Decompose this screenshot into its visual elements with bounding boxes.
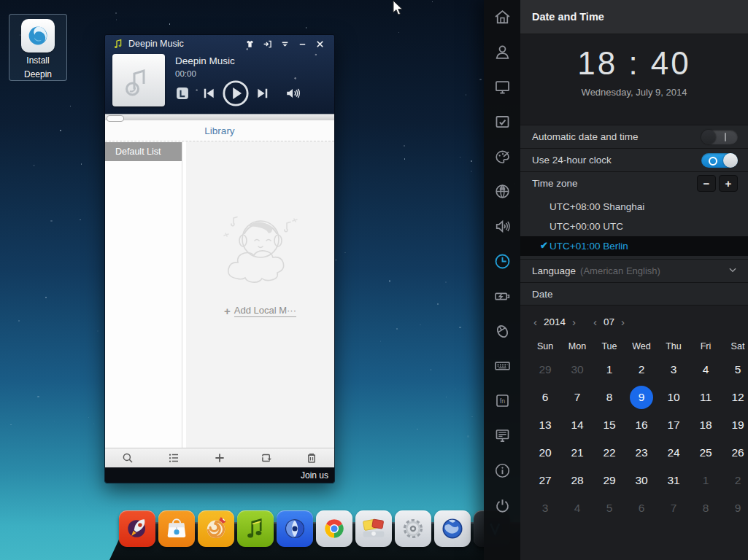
calendar-day[interactable]: 30 [561,356,593,384]
sidebar-default-apps-icon[interactable] [484,104,520,139]
calendar-day[interactable]: 28 [561,467,593,494]
sidebar-shutdown-icon[interactable] [484,488,520,523]
timezone-add-button[interactable]: + [719,175,738,192]
progress-handle[interactable] [107,115,124,122]
calendar-day[interactable]: 2 [722,467,748,494]
calendar-day[interactable]: 16 [625,411,658,439]
language-row[interactable]: Language (American English) [520,259,748,282]
sidebar-personalization-icon[interactable] [484,139,520,174]
24h-clock-toggle[interactable] [701,153,738,168]
sidebar-power-icon[interactable] [484,279,520,314]
dock-item-game-center[interactable] [198,510,234,547]
month-next-button[interactable]: › [620,316,626,328]
calendar-day[interactable]: 25 [690,439,722,467]
lyrics-button[interactable] [175,86,190,101]
add-icon[interactable] [213,451,226,464]
sidebar-home-icon[interactable] [484,0,520,35]
calendar-day[interactable]: 9 [625,384,658,411]
dock-item-app-store[interactable] [158,510,195,547]
calendar-day[interactable]: 21 [561,439,593,467]
calendar-day[interactable]: 5 [593,494,625,522]
play-button[interactable] [222,79,250,107]
calendar-day[interactable]: 17 [658,411,690,439]
calendar-day[interactable]: 3 [658,356,690,384]
calendar-day[interactable]: 19 [722,411,748,439]
volume-button[interactable] [285,85,301,101]
calendar-day[interactable]: 18 [690,411,722,439]
music-titlebar[interactable]: Deepin Music [105,35,334,52]
calendar-day[interactable]: 6 [625,494,658,522]
calendar-day[interactable]: 24 [658,439,690,467]
previous-button[interactable] [201,86,216,101]
dock-item-deepin-movie[interactable] [277,510,313,547]
timezone-item[interactable]: UTC+08:00 Shanghai [520,197,748,217]
chevron-down-icon[interactable] [728,265,738,278]
calendar-day[interactable]: 9 [722,494,748,522]
calendar-day[interactable]: 15 [593,411,625,439]
sidebar-display-icon[interactable] [484,70,520,105]
calendar-day[interactable]: 11 [690,384,722,411]
calendar-day[interactable]: 3 [529,494,561,522]
timezone-remove-button[interactable]: − [697,175,716,192]
install-deepin-desktop-icon[interactable]: Install Deepin [9,14,67,81]
calendar-day[interactable]: 13 [529,411,561,439]
calendar-day[interactable]: 31 [658,467,690,494]
calendar-day[interactable]: 6 [529,384,561,411]
sidebar-keyboard-icon[interactable] [484,349,520,384]
calendar-day[interactable]: 14 [561,411,593,439]
calendar-day[interactable]: 29 [593,467,625,494]
year-prev-button[interactable]: ‹ [532,316,539,328]
sidebar-sound-icon[interactable] [484,209,520,244]
mini-mode-icon[interactable] [258,37,276,50]
calendar-day[interactable]: 4 [690,356,722,384]
skin-icon[interactable] [241,37,258,50]
calendar-day[interactable]: 2 [625,356,658,384]
close-icon[interactable] [311,37,328,50]
year-next-button[interactable]: › [571,316,577,328]
join-us-link[interactable]: Join us [301,470,328,481]
calendar-day[interactable]: 12 [722,384,748,411]
calendar-day[interactable]: 10 [658,384,690,411]
dock-item-web-browser[interactable] [434,510,471,547]
dock-item-deepin-music[interactable] [237,510,274,547]
calendar-day[interactable]: 23 [625,439,658,467]
timezone-item[interactable]: ✔UTC+01:00 Berlin [520,236,748,256]
dock-item-deepin-notes[interactable] [355,510,392,547]
calendar-day[interactable]: 4 [561,494,593,522]
add-local-music-link[interactable]: + Add Local M··· [224,305,296,317]
calendar-day[interactable]: 29 [529,356,561,384]
calendar-day[interactable]: 30 [625,467,658,494]
calendar-day[interactable]: 8 [690,494,722,522]
search-icon[interactable] [121,451,134,464]
sidebar-boot-icon[interactable] [484,419,520,454]
repeat-icon[interactable] [259,451,272,464]
dock-item-control-center[interactable] [395,510,431,547]
dock-item-launcher[interactable] [119,510,155,547]
timezone-item[interactable]: UTC+00:00 UTC [520,217,748,236]
sidebar-shortcuts-icon[interactable]: fn [484,384,520,419]
calendar-day[interactable]: 26 [722,439,748,467]
calendar-day[interactable]: 1 [593,356,625,384]
calendar-day[interactable]: 1 [690,467,722,494]
calendar-day[interactable]: 8 [593,384,625,411]
sidebar-date-time-icon[interactable] [484,244,520,279]
dock-item-google-chrome[interactable] [316,510,352,547]
delete-icon[interactable] [305,451,318,464]
calendar-day[interactable]: 7 [658,494,690,522]
sidebar-network-icon[interactable] [484,174,520,209]
sidebar-mouse-icon[interactable] [484,314,520,349]
progress-bar[interactable] [105,114,334,120]
calendar-day[interactable]: 27 [529,467,561,494]
calendar-day[interactable]: 22 [593,439,625,467]
minimize-icon[interactable] [293,37,311,50]
calendar-day[interactable]: 5 [722,356,748,384]
playlist-icon[interactable] [167,451,180,464]
sidebar-system-info-icon[interactable] [484,453,520,488]
month-prev-button[interactable]: ‹ [592,316,598,328]
next-button[interactable] [255,86,270,101]
sidebar-accounts-icon[interactable] [484,35,520,70]
calendar-day[interactable]: 20 [529,439,561,467]
auto-datetime-toggle[interactable] [701,130,738,144]
playlist-item-default-list[interactable]: Default List [105,142,182,161]
menu-icon[interactable] [276,37,293,50]
